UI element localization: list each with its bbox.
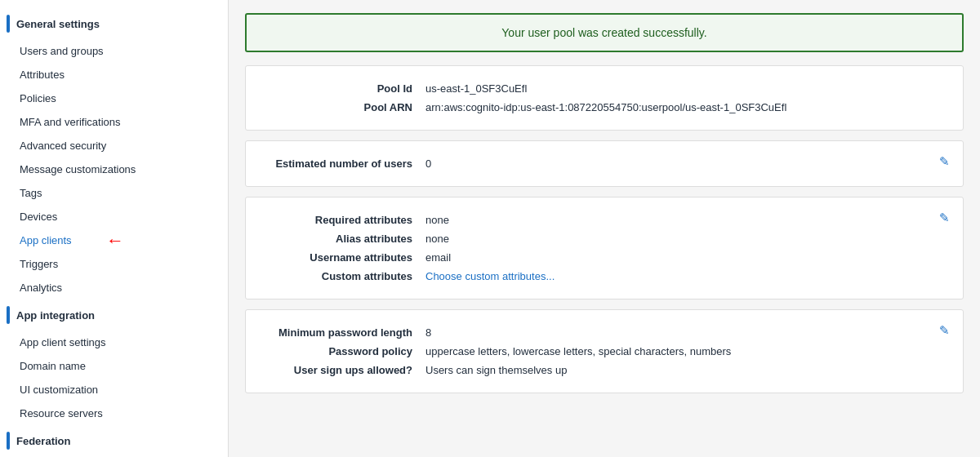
row-value: uppercase letters, lowercase letters, sp… bbox=[425, 345, 731, 357]
row-value: Users can sign themselves up bbox=[425, 364, 567, 376]
card-pool-info: Pool Idus-east-1_0SF3CuEflPool ARNarn:aw… bbox=[245, 65, 964, 131]
main-content: Your user pool was created successfully.… bbox=[229, 0, 980, 457]
info-row-required-attributes: Required attributesnone bbox=[262, 211, 947, 229]
row-label: Minimum password length bbox=[262, 326, 425, 339]
row-label: Username attributes bbox=[262, 251, 425, 264]
sidebar-item-app-client-settings[interactable]: App client settings bbox=[0, 331, 228, 354]
sidebar-item-users-and-groups[interactable]: Users and groups bbox=[0, 39, 228, 63]
edit-icon-attributes-info[interactable]: ✎ bbox=[939, 211, 950, 225]
info-row-custom-attributes: Custom attributesChoose custom attribute… bbox=[262, 267, 947, 286]
edit-icon-users-info[interactable]: ✎ bbox=[939, 154, 950, 169]
info-row-alias-attributes: Alias attributesnone bbox=[262, 229, 947, 248]
sidebar: General settingsUsers and groupsAttribut… bbox=[0, 0, 229, 457]
info-row-username-attributes: Username attributesemail bbox=[262, 248, 947, 267]
sidebar-item-domain-name[interactable]: Domain name bbox=[0, 354, 228, 378]
edit-icon-password-info[interactable]: ✎ bbox=[939, 323, 950, 338]
row-value: email bbox=[425, 251, 451, 264]
row-value[interactable]: Choose custom attributes... bbox=[425, 270, 555, 282]
row-value: 8 bbox=[425, 326, 431, 339]
sidebar-item-analytics[interactable]: Analytics bbox=[0, 276, 228, 299]
row-value: 0 bbox=[425, 158, 431, 170]
sidebar-item-app-clients[interactable]: App clients bbox=[0, 228, 82, 252]
sidebar-item-devices[interactable]: Devices bbox=[0, 205, 228, 228]
sidebar-item-tags[interactable]: Tags bbox=[0, 181, 228, 205]
info-row-user-sign-ups-allowed?: User sign ups allowed?Users can sign the… bbox=[262, 361, 947, 379]
red-arrow: ← bbox=[106, 230, 124, 251]
sidebar-item-ui-customization[interactable]: UI customization bbox=[0, 378, 228, 402]
sidebar-section-app-integration[interactable]: App integration bbox=[0, 299, 228, 331]
row-label: User sign ups allowed? bbox=[262, 364, 425, 376]
row-label: Pool Id bbox=[262, 82, 425, 95]
success-message: Your user pool was created successfully. bbox=[501, 26, 706, 39]
success-banner: Your user pool was created successfully. bbox=[245, 13, 964, 52]
sidebar-item-advanced-security[interactable]: Advanced security bbox=[0, 134, 228, 158]
row-value: us-east-1_0SF3CuEfl bbox=[425, 82, 527, 95]
section-label-app-integration: App integration bbox=[16, 309, 95, 322]
info-row-estimated-number-of-users: Estimated number of users0 bbox=[262, 154, 947, 173]
info-row-minimum-password-length: Minimum password length8 bbox=[262, 323, 947, 342]
section-label-general-settings: General settings bbox=[16, 18, 100, 30]
row-label: Estimated number of users bbox=[262, 158, 425, 170]
info-row-password-policy: Password policyuppercase letters, lowerc… bbox=[262, 342, 947, 361]
row-label: Required attributes bbox=[262, 214, 425, 226]
sidebar-item-policies[interactable]: Policies bbox=[0, 87, 228, 110]
card-password-info: ✎Minimum password length8Password policy… bbox=[245, 309, 964, 393]
sidebar-item-triggers[interactable]: Triggers bbox=[0, 252, 228, 276]
row-value: none bbox=[425, 214, 449, 226]
sidebar-section-federation[interactable]: Federation bbox=[0, 425, 228, 456]
row-value: arn:aws:cognito-idp:us-east-1:0872205547… bbox=[425, 101, 786, 113]
info-row-pool-arn: Pool ARNarn:aws:cognito-idp:us-east-1:08… bbox=[262, 98, 947, 117]
row-label: Alias attributes bbox=[262, 233, 425, 245]
card-users-info: ✎Estimated number of users0 bbox=[245, 140, 964, 187]
row-label: Password policy bbox=[262, 345, 425, 357]
sidebar-item-attributes[interactable]: Attributes bbox=[0, 63, 228, 87]
section-bar-federation bbox=[7, 432, 10, 450]
info-row-pool-id: Pool Idus-east-1_0SF3CuEfl bbox=[262, 79, 947, 98]
sidebar-item-resource-servers[interactable]: Resource servers bbox=[0, 402, 228, 425]
sidebar-item-message-customizations[interactable]: Message customizations bbox=[0, 158, 228, 181]
section-bar-general-settings bbox=[7, 15, 10, 33]
section-label-federation: Federation bbox=[16, 435, 70, 447]
row-value: none bbox=[425, 233, 449, 245]
sidebar-section-general-settings[interactable]: General settings bbox=[0, 8, 228, 39]
card-attributes-info: ✎Required attributesnoneAlias attributes… bbox=[245, 197, 964, 299]
sidebar-item-mfa-and-verifications[interactable]: MFA and verifications bbox=[0, 110, 228, 134]
section-bar-app-integration bbox=[7, 306, 10, 324]
row-label: Pool ARN bbox=[262, 101, 425, 113]
row-label: Custom attributes bbox=[262, 270, 425, 282]
